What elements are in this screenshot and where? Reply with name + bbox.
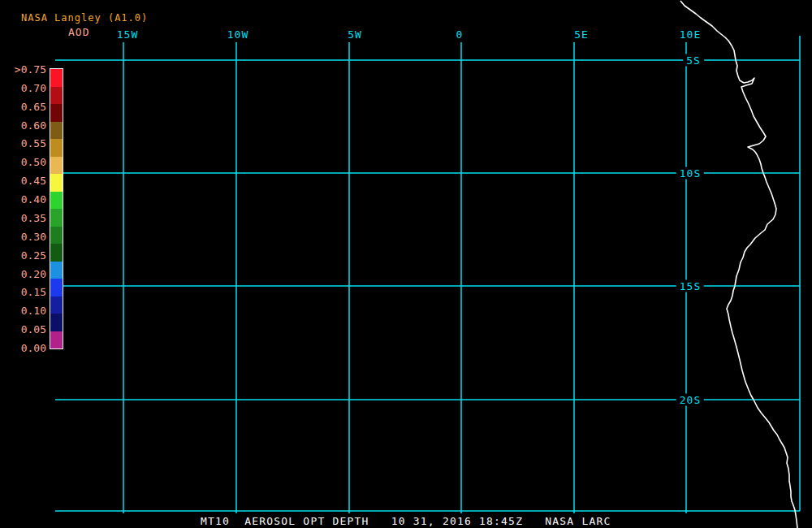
colorbar-block <box>50 331 63 349</box>
colorbar-block <box>50 227 63 245</box>
colorbar-label: 0.40 <box>0 193 46 206</box>
lon-label: 0 <box>456 28 464 41</box>
lat-label: 5S <box>683 54 704 67</box>
colorbar-block <box>50 104 63 122</box>
colorbar-block <box>50 279 63 296</box>
colorbar-block <box>50 262 63 279</box>
lon-label: 10W <box>227 28 248 41</box>
colorbar-label: 0.45 <box>0 175 46 187</box>
colorbar-block <box>50 87 63 105</box>
colorbar-block <box>50 122 63 140</box>
colorbar-label: 0.55 <box>0 137 46 149</box>
coastline-path <box>680 1 797 528</box>
lon-label: 15W <box>117 28 138 41</box>
colorbar-block <box>50 209 63 227</box>
lon-label: 5W <box>348 28 362 41</box>
lon-label: 10E <box>680 28 701 41</box>
map-svg <box>0 0 812 528</box>
colorbar-scale <box>50 68 63 349</box>
colorbar-block <box>50 69 63 87</box>
colorbar-block <box>50 244 63 262</box>
colorbar-block <box>50 157 63 175</box>
colorbar-label: 0.70 <box>0 81 46 93</box>
colorbar-label: 0.50 <box>0 156 46 168</box>
colorbar-label: 0.20 <box>0 267 46 279</box>
lat-label: 20S <box>676 394 704 406</box>
lon-label: 5E <box>574 28 589 41</box>
colorbar-label: 0.30 <box>0 230 46 242</box>
colorbar-block <box>50 174 63 192</box>
colorbar-label: >0.75 <box>0 63 46 76</box>
footer-caption: MT10 AEROSOL OPT DEPTH 10 31, 2016 18:45… <box>201 515 611 527</box>
colorbar-label: 0.60 <box>0 119 46 131</box>
lat-label: 15S <box>676 280 704 292</box>
colorbar-label: 0.25 <box>0 249 46 261</box>
colorbar-label: 0.65 <box>0 100 46 112</box>
colorbar-block <box>50 314 63 331</box>
aod-map-viewer: NASA Langley (A1.0) AOD 15W10W5W05E10E 5… <box>0 0 812 528</box>
colorbar-label: 0.05 <box>0 323 46 335</box>
lat-label: 10S <box>676 167 704 180</box>
colorbar-block <box>50 296 63 314</box>
colorbar-label: 0.15 <box>0 286 46 298</box>
colorbar-label: 0.10 <box>0 305 46 317</box>
colorbar-label: 0.00 <box>0 342 46 354</box>
colorbar-block <box>50 139 63 157</box>
colorbar-label: 0.35 <box>0 211 46 223</box>
colorbar-block <box>50 192 63 210</box>
